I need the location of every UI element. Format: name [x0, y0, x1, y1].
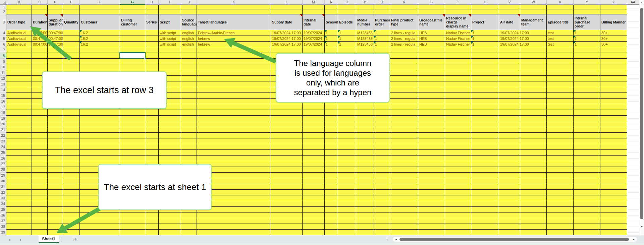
cell-Q24[interactable] [374, 144, 390, 150]
cell-V39[interactable] [499, 230, 520, 235]
cell-F23[interactable] [80, 138, 120, 144]
cell-F39[interactable] [80, 230, 120, 235]
row-header-9[interactable]: 9 [0, 59, 6, 64]
cell-B38[interactable] [6, 224, 32, 230]
cell-T30[interactable] [445, 178, 471, 184]
cell-T27[interactable] [445, 161, 471, 167]
cell-J37[interactable] [181, 218, 197, 224]
cell-E32[interactable] [63, 190, 80, 195]
cell-N36[interactable] [325, 212, 338, 218]
cell-Y6[interactable]: 1 [574, 42, 600, 47]
cell-L1[interactable] [271, 5, 303, 9]
cell-X2[interactable] [547, 9, 574, 14]
cell-Y39[interactable] [574, 230, 600, 235]
row-header-17[interactable]: 17 [0, 104, 6, 110]
cell-Y13[interactable] [574, 81, 600, 87]
row-header-5[interactable]: 5 [0, 36, 6, 42]
cell-R34[interactable] [390, 201, 418, 207]
cell-J23[interactable] [181, 138, 197, 144]
cell-H8[interactable] [145, 53, 159, 59]
cell-U38[interactable] [471, 224, 499, 230]
column-header-AA[interactable]: AA [627, 0, 639, 5]
cell-T34[interactable] [445, 201, 471, 207]
cell-M1[interactable] [303, 5, 325, 9]
cell-K17[interactable] [197, 104, 271, 110]
cell-I3[interactable]: Script [159, 14, 181, 30]
cell-P3[interactable]: Media number [356, 14, 374, 30]
cell-G39[interactable] [120, 230, 145, 235]
cell-D9[interactable] [48, 59, 63, 64]
cell-X31[interactable] [547, 184, 574, 190]
cell-Y20[interactable] [574, 121, 600, 127]
cell-V5[interactable]: 19/07/2024 17:00 [499, 36, 547, 42]
cell-S8[interactable] [418, 53, 445, 59]
cell-T23[interactable] [445, 138, 471, 144]
cell-U4[interactable]: 1 [471, 30, 499, 36]
cell-N6[interactable]: 1 [325, 42, 338, 47]
cell-Q30[interactable] [374, 178, 390, 184]
cell-Z26[interactable] [600, 156, 627, 161]
cell-Y38[interactable] [574, 224, 600, 230]
cell-I1[interactable] [159, 5, 181, 9]
cell-R25[interactable] [390, 150, 418, 156]
cell-P18[interactable] [356, 110, 374, 116]
cell-X17[interactable] [547, 104, 574, 110]
cell-M21[interactable] [303, 127, 325, 133]
cell-D21[interactable] [48, 127, 63, 133]
cell-J26[interactable] [181, 156, 197, 161]
cell-B23[interactable] [6, 138, 32, 144]
row-header-34[interactable]: 34 [0, 201, 6, 207]
cell-Z18[interactable] [600, 110, 627, 116]
cell-T14[interactable] [445, 87, 471, 93]
cell-Z7[interactable] [600, 47, 627, 53]
row-header-2[interactable]: 2 [0, 9, 6, 14]
cell-K16[interactable] [197, 99, 271, 104]
cell-U35[interactable] [471, 207, 499, 212]
cell-P39[interactable] [356, 230, 374, 235]
cell-X13[interactable] [547, 81, 574, 87]
cell-Z35[interactable] [600, 207, 627, 212]
cell-B20[interactable] [6, 121, 32, 127]
cell-G19[interactable] [120, 116, 145, 121]
cell-O4[interactable]: 1 [338, 30, 356, 36]
cell-K10[interactable] [197, 64, 271, 70]
cell-Q19[interactable] [374, 116, 390, 121]
cell-S10[interactable] [418, 64, 445, 70]
cell-N7[interactable] [325, 47, 338, 53]
cell-T28[interactable] [445, 167, 471, 173]
cell-O35[interactable] [338, 207, 356, 212]
cell-Y32[interactable] [574, 190, 600, 195]
cell-S5[interactable]: HEB [418, 36, 445, 42]
cell-S34[interactable] [418, 201, 445, 207]
cell-Y5[interactable]: 1 [574, 36, 600, 42]
cell-K11[interactable] [197, 70, 271, 76]
cell-D27[interactable] [48, 161, 63, 167]
cell-E23[interactable] [63, 138, 80, 144]
cell-J9[interactable] [181, 59, 197, 64]
cell-X5[interactable]: test [547, 36, 574, 42]
cell-Y23[interactable] [574, 138, 600, 144]
cell-V9[interactable] [499, 59, 520, 64]
cell-B24[interactable] [6, 144, 32, 150]
cell-G26[interactable] [120, 156, 145, 161]
column-header-M[interactable]: M [303, 0, 325, 5]
cell-V10[interactable] [499, 64, 520, 70]
cell-M39[interactable] [303, 230, 325, 235]
cell-V38[interactable] [499, 224, 520, 230]
cell-F1[interactable] [80, 5, 120, 9]
cell-X11[interactable] [547, 70, 574, 76]
cell-X33[interactable] [547, 195, 574, 201]
cell-W36[interactable] [520, 212, 547, 218]
cell-S16[interactable] [418, 99, 445, 104]
cell-R3[interactable]: Final product type [390, 14, 418, 30]
cell-C24[interactable] [32, 144, 48, 150]
cell-T19[interactable] [445, 116, 471, 121]
row-header-25[interactable]: 25 [0, 150, 6, 156]
cell-M33[interactable] [303, 195, 325, 201]
vertical-scrollbar[interactable]: ▲ ▼ [639, 0, 644, 235]
vertical-scrollbar-thumb[interactable] [640, 8, 643, 219]
cell-S32[interactable] [418, 190, 445, 195]
cell-C28[interactable] [32, 167, 48, 173]
cell-V33[interactable] [499, 195, 520, 201]
cell-C36[interactable] [32, 212, 48, 218]
